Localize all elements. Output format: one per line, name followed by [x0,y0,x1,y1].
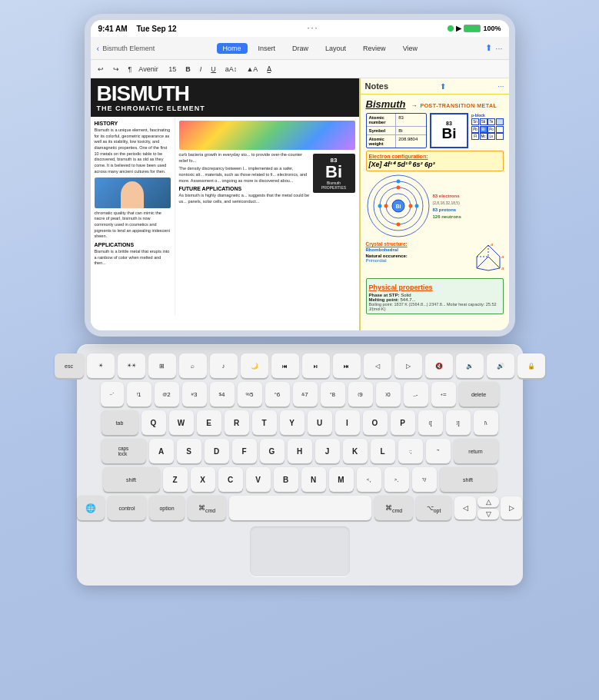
tab-home[interactable]: Home [217,43,248,54]
notes-more-icon[interactable]: ··· [498,82,504,91]
key-0[interactable]: )0 [376,382,401,406]
key-mission-control[interactable]: ⊞ [148,353,176,378]
key-arrow-left[interactable]: ◁ [454,496,476,519]
trackpad[interactable] [250,526,350,576]
key-space[interactable] [229,496,371,520]
key-tab[interactable]: tab [101,410,138,435]
key-shift-right[interactable]: shift [440,467,497,492]
key-n[interactable]: N [301,467,326,492]
italic-btn[interactable]: I [198,65,205,74]
underline-btn[interactable]: U [208,65,218,74]
key-r[interactable]: R [225,410,249,435]
key-d[interactable]: D [205,439,229,463]
key-option-left[interactable]: option [149,496,185,520]
key-t[interactable]: T [252,410,277,435]
key-backtick[interactable]: ~` [101,382,124,406]
key-m[interactable]: M [329,467,354,492]
tab-insert[interactable]: Insert [252,43,282,54]
notes-share-icon[interactable]: ⬆ [440,82,446,91]
key-brightness-down[interactable]: ☀ [87,353,115,378]
key-v[interactable]: V [246,467,271,492]
key-comma[interactable]: <, [357,467,381,492]
key-lock[interactable]: 🔒 [517,353,545,378]
key-k[interactable]: K [343,439,368,463]
key-c[interactable]: C [218,467,243,492]
key-2[interactable]: @2 [155,382,179,406]
text-color-btn[interactable]: A̲ [265,65,274,74]
key-9[interactable]: (9 [348,382,373,406]
key-j[interactable]: J [315,439,340,463]
key-esc[interactable]: esc [55,353,84,378]
key-s[interactable]: S [177,439,201,463]
key-1[interactable]: !1 [127,382,151,406]
key-minus[interactable]: _- [404,382,428,406]
key-w[interactable]: W [169,410,194,435]
key-vol-up[interactable]: 🔊 [487,353,514,378]
key-opt-right[interactable]: ⌥opt [416,496,451,520]
key-7[interactable]: &7 [293,382,318,406]
key-4[interactable]: $4 [210,382,235,406]
key-cmd-right[interactable]: ⌘cmd [374,496,413,520]
tab-view[interactable]: View [397,43,424,54]
key-delete[interactable]: delete [459,382,499,406]
key-e[interactable]: E [197,410,221,435]
paragraph-style-btn[interactable]: ¶ [126,65,135,74]
key-globe[interactable]: 🌐 [77,496,105,520]
key-bracket-close[interactable]: }] [446,410,471,435]
highlight-btn[interactable]: ▲A [244,65,260,74]
key-6[interactable]: ^6 [265,382,290,406]
bold-btn[interactable]: B [183,65,193,74]
tab-layout[interactable]: Layout [319,43,352,54]
key-backslash[interactable]: |\ [474,410,498,435]
key-f[interactable]: F [232,439,257,463]
key-x[interactable]: X [191,467,215,492]
key-slash[interactable]: ?/ [412,467,437,492]
key-search[interactable]: ⌕ [179,353,207,378]
text-size-btn[interactable]: aA↕ [223,65,240,74]
key-g[interactable]: G [260,439,285,463]
key-q[interactable]: Q [141,410,166,435]
key-b[interactable]: B [274,467,298,492]
undo-btn[interactable]: ↩ [95,65,106,74]
key-a[interactable]: A [149,439,174,463]
key-brightness-up[interactable]: ☀☀ [118,353,145,378]
key-volume-back[interactable]: ◁ [364,353,391,378]
key-3[interactable]: #3 [182,382,207,406]
key-u[interactable]: U [308,410,332,435]
key-i[interactable]: I [335,410,360,435]
key-volume-fwd[interactable]: ▷ [394,353,422,378]
key-prev-track[interactable]: ⏮ [271,353,299,378]
tab-review[interactable]: Review [357,43,392,54]
key-play-pause[interactable]: ⏯ [302,353,330,378]
key-bracket-open[interactable]: {[ [418,410,443,435]
key-arrow-right[interactable]: ▷ [501,496,522,519]
font-size[interactable]: 15 [166,65,178,73]
key-o[interactable]: O [363,410,388,435]
key-next-track[interactable]: ⏭ [333,353,361,378]
key-l[interactable]: L [371,439,395,463]
key-z[interactable]: Z [163,467,188,492]
key-microphone[interactable]: ♪ [210,353,238,378]
redo-btn[interactable]: ↪ [111,65,121,74]
key-vol-down[interactable]: 🔉 [456,353,484,378]
font-selector[interactable]: Avenir [138,65,161,73]
key-semicolon[interactable]: :; [398,439,423,463]
key-8[interactable]: *8 [321,382,345,406]
key-cmd-left[interactable]: ⌘cmd [188,496,226,520]
key-arrow-up[interactable]: △ [478,496,499,507]
key-dnd[interactable]: 🌙 [241,353,268,378]
key-equals[interactable]: += [431,382,456,406]
tab-draw[interactable]: Draw [286,43,314,54]
key-h[interactable]: H [288,439,312,463]
key-control[interactable]: control [108,496,146,520]
key-5[interactable]: %5 [238,382,262,406]
key-y[interactable]: Y [280,410,304,435]
more-icon[interactable]: ··· [495,44,502,53]
key-return[interactable]: return [454,439,498,463]
key-period[interactable]: >. [384,467,409,492]
key-mute[interactable]: 🔇 [425,353,453,378]
key-capslock[interactable]: capslock [101,439,146,463]
key-quote[interactable]: "' [426,439,451,463]
key-arrow-down[interactable]: ▽ [478,509,499,519]
share-icon[interactable]: ⬆ [485,43,492,53]
